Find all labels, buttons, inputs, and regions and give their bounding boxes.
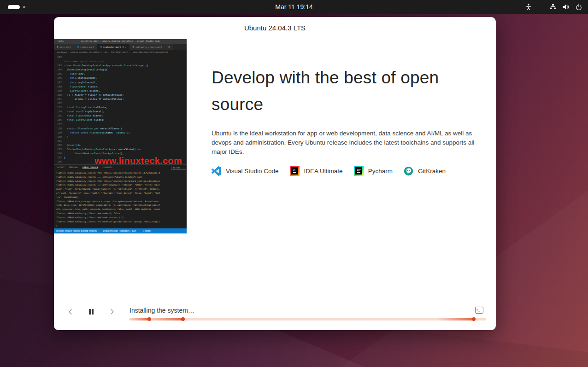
code-line: 155 final FlavorData flavor; — [54, 114, 187, 118]
slide-next-button[interactable] — [107, 307, 117, 316]
vscode-panel-tab: COMMENTS — [102, 166, 112, 169]
status-bar-item: desktop_installer (ubuntu-desktop-instal… — [56, 230, 97, 232]
code-line: 148 FlavorData? flavor, — [54, 85, 187, 89]
dart-icon — [100, 46, 102, 48]
dart-icon — [77, 46, 79, 48]
vscode-panel-tab: OUTPUT — [57, 166, 65, 169]
code-line: You, 3 weeks ago | 1 author (You) — [54, 59, 187, 64]
code-line: 144 UbuntuDesktopInstallerApp({ — [54, 68, 187, 72]
slide-pause-button[interactable] — [86, 307, 96, 316]
code-line: 146 this.initialRoute, — [54, 76, 187, 80]
gitkraken-logo — [404, 166, 413, 176]
console-line: flutter: DEBUG subiquity_client: POST ht… — [54, 171, 187, 175]
ide-label: Pycharm — [368, 168, 393, 175]
code-line: 164 _UbuntuDesktopInstallerAppState(); — [54, 151, 187, 156]
dart-icon — [57, 46, 59, 48]
code-line: 150 }) : flavor = flavor ?? defaultFlavo… — [54, 93, 187, 97]
terminal-icon: >_ — [476, 307, 483, 313]
progress-dot — [181, 317, 185, 321]
chevron-right-icon — [109, 309, 115, 315]
code-line: 153 final String? initialRoute; — [54, 105, 187, 110]
console-line: ize": 12885958464} — [54, 196, 187, 200]
code-line: 160 } — [54, 135, 187, 139]
pycharm-logo: PC — [354, 166, 364, 176]
vscode-window-title: installer.dart - ubuntu-desktop-installe… — [54, 39, 187, 44]
code-line: 149 List<Slide>? slides, — [54, 89, 187, 93]
code-line: 159 return const FlavorData(name: 'Ubunt… — [54, 131, 187, 135]
code-line: 143class UbuntuDesktopInstallerApp exten… — [54, 64, 187, 68]
window-title: Ubuntu 24.04.3 LTS — [54, 17, 496, 38]
vscode-tab: installer.dartM × — [97, 44, 129, 50]
console-line: flutter: DEBUG subiquity_client: === get… — [54, 183, 187, 187]
pause-icon — [92, 309, 94, 315]
ide-list: Visual Studio CodeIJIDEA UltimatePCPycha… — [212, 165, 446, 177]
vscode-panel-tab: DEBUG CONSOLE — [82, 166, 98, 169]
pause-icon — [89, 309, 91, 315]
code-line: 158 static FlavorData get defaultFlavor … — [54, 127, 187, 131]
status-bar-item: ○ Watch — [143, 230, 151, 232]
top-bar: Mar 11 19:14 — [0, 0, 588, 14]
code-line: 161 — [54, 139, 187, 143]
vscode-titlebar: Help installer.dart - ubuntu-desktop-ins… — [54, 39, 187, 44]
console-line: local disk, size: 107374182400, usageLab… — [54, 204, 187, 208]
vscode-tab — [165, 44, 173, 50]
console-line: flutter: DEBUG subiquity_client: === has… — [54, 212, 187, 216]
code-line: 151 slides = slides ?? defaultSlides; — [54, 97, 187, 101]
console-line: flutter: DEBUG disk_storage: Update stor… — [54, 200, 187, 204]
code-line: 147 this.tryOrInstall, — [54, 81, 187, 85]
console-line: flutter: DEBUG subiquity_client: === set… — [54, 175, 187, 180]
dart-icon — [168, 46, 170, 48]
clock[interactable]: Mar 11 19:14 — [0, 0, 588, 14]
console-line: e": null, "preserve": true, "path": "/de… — [54, 192, 187, 196]
slide-heading: Develop with the best of open source — [212, 64, 476, 118]
ide-item: IJIDEA Ultimate — [290, 166, 343, 176]
vscode-tab: routes.dart — [74, 44, 97, 50]
accessibility-icon[interactable] — [525, 3, 532, 11]
slide-back-button[interactable] — [65, 307, 76, 316]
ide-item: PCPycharm — [354, 166, 393, 176]
network-icon[interactable] — [549, 3, 557, 11]
vscode-status-bar: desktop_installer (ubuntu-desktop-instal… — [54, 228, 187, 233]
console-line: flutter: DEBUG subiquity_client: === mar… — [54, 220, 187, 224]
vscode-code-editor: 142You, 3 weeks ago | 1 author (You)143c… — [54, 54, 187, 164]
code-line: 142 — [54, 55, 187, 59]
slide-body: Ubuntu is the ideal workstation for app … — [212, 129, 478, 157]
progress-comet — [437, 318, 474, 320]
volume-icon[interactable] — [562, 3, 570, 11]
ide-label: GitKraken — [418, 168, 446, 175]
code-line: 145 super.key, — [54, 72, 187, 76]
ide-label: Visual Studio Code — [226, 168, 279, 175]
code-line: 163 State<UbuntuDesktopInstallerApp> cre… — [54, 147, 187, 151]
code-line: 157 — [54, 122, 187, 127]
power-icon[interactable] — [575, 3, 582, 11]
vscode-logo — [212, 166, 221, 176]
ide-item: GitKraken — [404, 166, 446, 176]
desktop: Mar 11 19:14 — [0, 0, 588, 367]
code-line: 162 @override — [54, 143, 187, 147]
ide-item: Visual Studio Code — [212, 166, 279, 176]
console-line: all, preserve: true, path: /dev/sda, boo… — [54, 208, 187, 212]
installer-window: Ubuntu 24.04.3 LTS Help installer.dart -… — [54, 17, 496, 330]
vscode-debug-console: flutter: DEBUG subiquity_client: POST ht… — [54, 170, 187, 224]
progress-comet — [146, 318, 183, 320]
terminal-toggle-button[interactable]: >_ — [475, 307, 483, 314]
vscode-tab-bar: main.dartroutes.dartinstaller.dartM ×sub… — [54, 44, 187, 50]
vscode-screenshot: Help installer.dart - ubuntu-desktop-ins… — [54, 39, 187, 233]
chevron-left-icon — [67, 309, 74, 315]
vscode-tab: subiquity_client.dart — [129, 44, 165, 50]
progress-dot — [472, 317, 476, 321]
vscode-tab: main.dart — [54, 44, 74, 50]
code-line: 156 final List<Slide> slides; — [54, 118, 187, 122]
code-line: 152 — [54, 101, 187, 105]
ide-label: IDEA Ultimate — [304, 168, 343, 175]
vscode-panel-tab: TERMINAL — [69, 166, 78, 169]
watermark: www.linuxteck.com — [94, 156, 182, 166]
dart-icon — [132, 46, 134, 48]
console-line: disk", "size": 107374182400, "usage_labe… — [54, 187, 187, 192]
console-line: flutter: DEBUG subiquity_client: === has… — [54, 216, 187, 220]
code-line: 154 final bool? tryOrInstall; — [54, 110, 187, 114]
vscode-breadcrumb: packages › ubuntu_desktop_installer › li… — [54, 50, 187, 54]
status-bar-item: Debug my code + packages + SDK — [103, 230, 136, 232]
install-status-text: Installing the system… — [129, 305, 194, 315]
progress-bar — [129, 318, 486, 320]
